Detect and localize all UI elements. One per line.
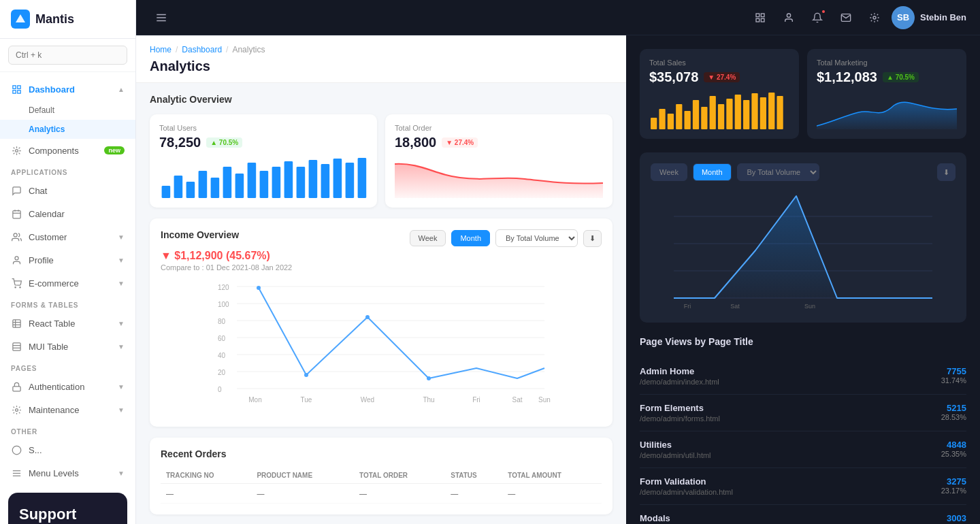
svg-rect-38 — [186, 182, 195, 198]
pv-pct-0: 31.74% — [941, 376, 966, 384]
col-product: PRODUCT NAME — [251, 468, 354, 484]
col-tracking: TRACKING NO — [161, 468, 251, 484]
sidebar-item-components[interactable]: Components new — [0, 139, 135, 162]
sidebar-item-react-table[interactable]: React Table ▼ — [0, 312, 135, 335]
profile-icon — [11, 255, 22, 265]
sidebar-item-dashboard[interactable]: Dashboard ▲ — [0, 78, 135, 101]
sidebar-item-chat[interactable]: Chat — [0, 179, 135, 202]
dark-stat-value-sales: $35,078 — [649, 69, 698, 85]
svg-point-12 — [15, 286, 16, 287]
svg-rect-44 — [260, 171, 269, 198]
download-button[interactable]: ⬇ — [583, 230, 602, 247]
pv-count-4: 3003 — [941, 513, 966, 523]
stats-row: Total Users 78,250 ▲ 70.5% — [150, 114, 612, 208]
orders-area-chart — [395, 157, 603, 198]
orders-title: Recent Orders — [161, 448, 602, 459]
settings-button[interactable] — [863, 6, 886, 29]
svg-rect-80 — [668, 114, 674, 129]
topbar-left — [150, 6, 173, 29]
breadcrumb-dashboard[interactable]: Dashboard — [182, 45, 222, 54]
pv-info-4: Modals /demo/admin/modals.html — [640, 513, 725, 524]
menu-levels-chevron: ▼ — [118, 470, 125, 477]
breadcrumb-home[interactable]: Home — [150, 45, 172, 54]
chat-label: Chat — [29, 186, 47, 196]
svg-rect-91 — [760, 97, 766, 129]
marketing-area-chart — [817, 92, 957, 129]
svg-point-70 — [427, 376, 431, 380]
svg-rect-36 — [162, 186, 171, 198]
react-table-chevron: ▼ — [118, 320, 125, 327]
topbar: SB Stebin Ben — [136, 0, 980, 35]
app-name: Mantis — [35, 12, 74, 27]
sidebar-item-sample[interactable]: S... — [0, 438, 135, 461]
income-line-chart: 120 100 80 60 40 20 0 — [161, 280, 602, 416]
pv-right-2: 4848 25.35% — [941, 440, 966, 458]
dark-month-button[interactable]: Month — [693, 163, 732, 181]
sidebar-item-profile[interactable]: Profile ▼ — [0, 248, 135, 272]
dark-stat-card-sales: Total Sales $35,078 ▼ 27.4% — [640, 49, 799, 139]
sidebar-item-maintenance[interactable]: Maintenance ▼ — [0, 398, 135, 421]
calendar-label: Calendar — [29, 209, 65, 219]
pv-right-3: 3275 23.17% — [941, 476, 966, 495]
dark-income-chart: Week Month By Total Volume ⬇ — [640, 152, 966, 323]
week-button[interactable]: Week — [410, 230, 446, 246]
notifications-button[interactable] — [806, 6, 829, 29]
sidebar-item-mui-table[interactable]: MUI Table ▼ — [0, 335, 135, 358]
svg-text:Sun: Sun — [538, 396, 551, 404]
month-button[interactable]: Month — [451, 230, 490, 246]
svg-point-68 — [304, 373, 308, 377]
search-input[interactable] — [8, 46, 127, 65]
stat-value-users: 78,250 — [159, 135, 201, 150]
dashboard-chevron: ▲ — [118, 86, 125, 93]
dark-stat-badge-sales: ▼ 27.4% — [704, 72, 740, 82]
dark-stat-value-marketing: $1,12,083 — [817, 69, 877, 85]
sidebar-item-ecommerce[interactable]: E-commerce ▼ — [0, 272, 135, 295]
avatar[interactable]: SB — [892, 6, 915, 29]
stat-card-users: Total Users 78,250 ▲ 70.5% — [150, 114, 377, 208]
stat-label-orders: Total Order — [395, 124, 603, 132]
svg-rect-86 — [718, 104, 724, 129]
sidebar-item-customer[interactable]: Customer ▼ — [0, 225, 135, 248]
pv-count-1: 5215 — [941, 403, 966, 413]
sidebar-item-menu-levels[interactable]: Menu Levels ▼ — [0, 461, 135, 485]
maintenance-label: Maintenance — [29, 405, 79, 415]
svg-text:40: 40 — [218, 352, 226, 359]
avatar-initials: SB — [897, 12, 909, 22]
user-settings-button[interactable] — [777, 6, 800, 29]
svg-rect-84 — [701, 107, 707, 129]
pv-pct-2: 25.35% — [941, 450, 966, 458]
apps-button[interactable] — [749, 6, 772, 29]
breadcrumb-sep1: / — [176, 45, 178, 54]
calendar-icon — [11, 208, 22, 219]
sidebar-item-default[interactable]: Default — [0, 101, 135, 120]
svg-rect-1 — [12, 85, 15, 88]
income-card: Income Overview Week Month By Total Volu… — [150, 218, 612, 427]
sidebar-item-calendar[interactable]: Calendar — [0, 202, 135, 225]
pv-item-2: Utilities /demo/admin/util.html 4848 25.… — [640, 431, 966, 468]
pv-name-2: Utilities — [640, 440, 711, 450]
svg-rect-47 — [297, 167, 306, 198]
dark-download-button[interactable]: ⬇ — [937, 163, 956, 181]
pv-name-4: Modals — [640, 513, 725, 523]
pv-name-3: Form Validation — [640, 476, 733, 487]
svg-text:60: 60 — [218, 335, 226, 342]
messages-button[interactable] — [834, 6, 858, 29]
svg-point-69 — [365, 315, 370, 319]
dark-week-button[interactable]: Week — [651, 163, 687, 181]
svg-rect-31 — [761, 14, 764, 17]
income-header: Income Overview Week Month By Total Volu… — [161, 229, 602, 247]
dashboard-label: Dashboard — [29, 84, 75, 95]
svg-text:Tue: Tue — [301, 396, 312, 404]
pv-path-0: /demo/admin/index.html — [640, 378, 719, 386]
volume-select[interactable]: By Total Volume — [495, 229, 578, 247]
pv-path-3: /demo/admin/validation.html — [640, 488, 733, 496]
dark-stat-badge-marketing: ▲ 70.5% — [883, 72, 919, 82]
dark-volume-select[interactable]: By Total Volume — [737, 163, 819, 181]
svg-text:Thu: Thu — [423, 396, 434, 404]
svg-text:120: 120 — [218, 284, 229, 291]
pv-info-1: Form Elements /demo/admin/forms.html — [640, 403, 720, 423]
sidebar-item-authentication[interactable]: Authentication ▼ — [0, 375, 135, 398]
sidebar-item-analytics[interactable]: Analytics — [0, 120, 135, 139]
col-total-order: TOTAL ORDER — [354, 468, 445, 484]
hamburger-button[interactable] — [150, 6, 173, 29]
